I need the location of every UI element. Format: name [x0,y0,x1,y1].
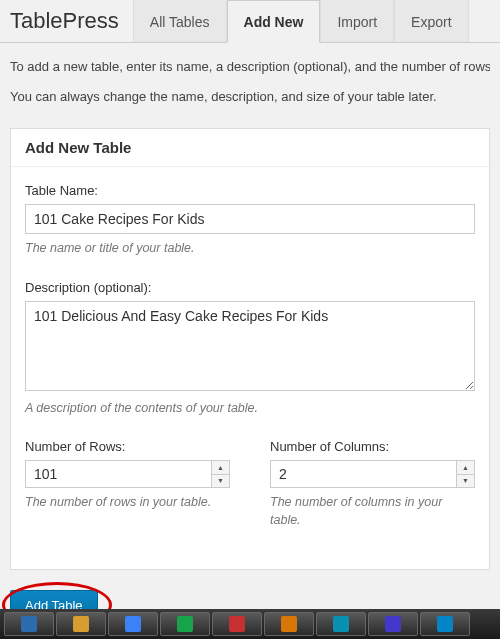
plugin-title: TablePress [0,0,133,42]
taskbar-item[interactable] [212,612,262,636]
description-label: Description (optional): [25,280,475,295]
columns-increment[interactable]: ▲ [457,461,474,475]
taskbar-item[interactable] [56,612,106,636]
taskbar [0,609,500,639]
tab-import[interactable]: Import [320,0,394,42]
description-hint: A description of the contents of your ta… [25,400,475,418]
columns-hint: The number of columns in your table. [270,494,475,529]
rows-label: Number of Rows: [25,439,230,454]
taskbar-app-icon [125,616,141,632]
taskbar-item[interactable] [160,612,210,636]
taskbar-app-icon [21,616,37,632]
add-table-panel: Add New Table Table Name: The name or ti… [10,128,490,570]
rows-increment[interactable]: ▲ [212,461,229,475]
taskbar-item[interactable] [108,612,158,636]
columns-decrement[interactable]: ▼ [457,475,474,488]
taskbar-app-icon [437,616,453,632]
description-input[interactable] [25,301,475,391]
taskbar-item[interactable] [420,612,470,636]
rows-spinner: ▲ ▼ [211,461,229,487]
field-columns: Number of Columns: ▲ ▼ The number of col… [270,439,475,529]
taskbar-item[interactable] [316,612,366,636]
table-name-label: Table Name: [25,183,475,198]
page-header: TablePress All Tables Add New Import Exp… [0,0,500,43]
taskbar-app-icon [333,616,349,632]
taskbar-app-icon [229,616,245,632]
tab-add-new[interactable]: Add New [227,0,321,43]
panel-title: Add New Table [11,129,489,167]
rows-hint: The number of rows in your table. [25,494,230,512]
columns-label: Number of Columns: [270,439,475,454]
panel-body: Table Name: The name or title of your ta… [11,167,489,569]
tab-export[interactable]: Export [394,0,468,42]
intro-line-1: To add a new table, enter its name, a de… [10,57,490,77]
field-table-name: Table Name: The name or title of your ta… [25,183,475,258]
table-name-input[interactable] [25,204,475,234]
taskbar-app-icon [73,616,89,632]
taskbar-item[interactable] [4,612,54,636]
columns-input[interactable] [270,460,475,488]
rows-input[interactable] [25,460,230,488]
rows-decrement[interactable]: ▼ [212,475,229,488]
taskbar-item[interactable] [368,612,418,636]
tab-all-tables[interactable]: All Tables [133,0,227,42]
intro-text: To add a new table, enter its name, a de… [0,43,500,122]
table-name-hint: The name or title of your table. [25,240,475,258]
taskbar-app-icon [281,616,297,632]
dimensions-row: Number of Rows: ▲ ▼ The number of rows i… [25,439,475,551]
taskbar-app-icon [177,616,193,632]
field-rows: Number of Rows: ▲ ▼ The number of rows i… [25,439,230,529]
columns-spinner: ▲ ▼ [456,461,474,487]
taskbar-item[interactable] [264,612,314,636]
intro-line-2: You can always change the name, descript… [10,87,490,107]
field-description: Description (optional): A description of… [25,280,475,418]
taskbar-app-icon [385,616,401,632]
